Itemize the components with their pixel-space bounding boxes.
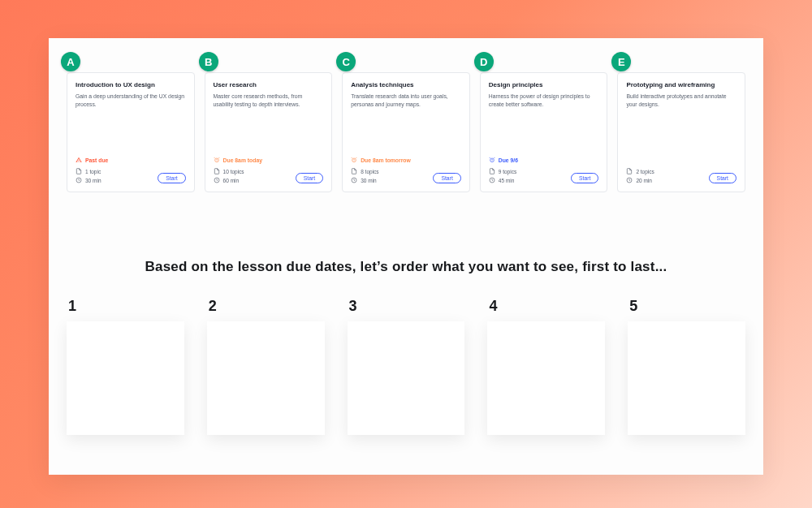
due-status: Past due	[76, 157, 186, 163]
topics-label: 2 topics	[636, 169, 654, 174]
card-title: Prototyping and wireframing	[626, 81, 736, 89]
lesson-card-b[interactable]: B User research Master core research met…	[205, 72, 333, 192]
canvas: A Introduction to UX design Gain a deep …	[49, 38, 763, 475]
slot-dropzone[interactable]	[67, 321, 184, 435]
warning-icon	[76, 157, 82, 163]
card-description: Gain a deep understanding of the UX desi…	[76, 93, 186, 107]
alarm-icon	[214, 157, 220, 163]
order-slot-2[interactable]: 2	[207, 298, 325, 435]
topics-label: 8 topics	[361, 169, 378, 174]
clock-icon	[76, 177, 82, 183]
due-status: Due 8am today	[214, 157, 324, 163]
lesson-card-d[interactable]: D Design principles Harness the power of…	[480, 72, 608, 192]
slot-dropzone[interactable]	[628, 321, 745, 435]
start-button[interactable]: Start	[709, 173, 736, 183]
card-description: Harness the power of design principles t…	[489, 93, 599, 107]
prompt-text: Based on the lesson due dates, let’s ord…	[49, 259, 763, 275]
topics-label: 1 topic	[85, 169, 101, 174]
due-label: Due 8am tomorrow	[361, 157, 411, 163]
slot-number: 1	[67, 298, 184, 315]
lesson-cards-row: A Introduction to UX design Gain a deep …	[67, 72, 745, 192]
slot-number: 4	[487, 298, 605, 315]
due-label: Due 8am today	[223, 157, 262, 163]
topics-label: 9 topics	[499, 169, 516, 174]
duration-label: 60 min	[223, 178, 240, 183]
alarm-icon	[351, 157, 357, 163]
card-title: Analysis techniques	[351, 81, 461, 89]
card-badge: E	[611, 52, 631, 71]
alarm-icon	[489, 157, 495, 163]
slot-dropzone[interactable]	[348, 321, 465, 435]
card-title: Introduction to UX design	[76, 81, 186, 89]
duration-label: 20 min	[636, 178, 652, 183]
due-status: Due 9/6	[489, 157, 599, 163]
card-meta: 1 topic 30 min	[76, 168, 102, 183]
card-title: User research	[214, 81, 324, 89]
order-slot-4[interactable]: 4	[487, 298, 605, 435]
start-button[interactable]: Start	[433, 173, 460, 183]
duration-label: 30 min	[85, 178, 102, 183]
topics-label: 10 topics	[223, 169, 244, 174]
duration-label: 45 min	[499, 178, 515, 183]
order-slot-5[interactable]: 5	[628, 298, 745, 435]
clock-icon	[489, 177, 495, 183]
order-slots-row: 1 2 3 4 5	[67, 298, 745, 435]
start-button[interactable]: Start	[296, 173, 323, 183]
slot-dropzone[interactable]	[207, 321, 325, 435]
order-slot-1[interactable]: 1	[67, 298, 184, 435]
due-status: Due 8am tomorrow	[351, 157, 461, 163]
clock-icon	[214, 177, 220, 183]
lesson-card-e[interactable]: E Prototyping and wireframing Build inte…	[617, 72, 745, 192]
card-meta: 10 topics 60 min	[214, 168, 244, 183]
card-meta: 2 topics 20 min	[626, 168, 654, 183]
card-meta: 9 topics 45 min	[489, 168, 516, 183]
card-badge: D	[474, 52, 494, 71]
card-title: Design principles	[489, 81, 599, 89]
slot-number: 3	[348, 298, 465, 315]
card-description: Master core research methods, from usabi…	[214, 93, 324, 107]
card-badge: C	[336, 52, 356, 71]
due-label: Past due	[85, 157, 108, 163]
document-icon	[351, 168, 357, 174]
clock-icon	[626, 177, 633, 183]
clock-icon	[351, 177, 357, 183]
document-icon	[76, 168, 82, 174]
document-icon	[214, 168, 220, 174]
slot-number: 5	[628, 298, 745, 315]
card-description: Translate research data into user goals,…	[351, 93, 461, 107]
order-slot-3[interactable]: 3	[348, 298, 465, 435]
card-meta: 8 topics 30 min	[351, 168, 378, 183]
lesson-card-c[interactable]: C Analysis techniques Translate research…	[342, 72, 470, 192]
due-label: Due 9/6	[499, 157, 518, 163]
slot-dropzone[interactable]	[487, 321, 605, 435]
card-badge: A	[61, 52, 80, 71]
card-badge: B	[199, 52, 218, 71]
duration-label: 30 min	[361, 178, 377, 183]
document-icon	[489, 168, 495, 174]
start-button[interactable]: Start	[571, 173, 598, 183]
document-icon	[626, 168, 633, 174]
slot-number: 2	[207, 298, 325, 315]
card-description: Build interactive prototypes and annotat…	[626, 93, 736, 107]
lesson-card-a[interactable]: A Introduction to UX design Gain a deep …	[67, 72, 195, 192]
start-button[interactable]: Start	[158, 173, 185, 183]
